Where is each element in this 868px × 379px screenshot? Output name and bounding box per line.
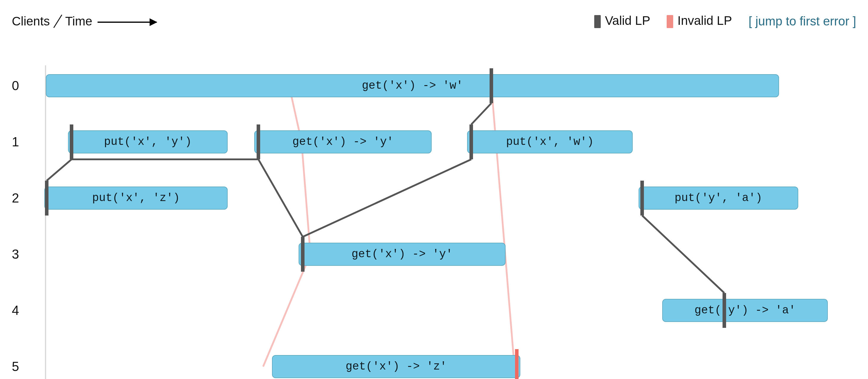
edges-layer <box>0 0 868 379</box>
invalid-edge <box>491 86 515 367</box>
valid-edge <box>642 216 724 293</box>
invalid-edge <box>263 86 310 367</box>
valid-edge <box>258 159 303 237</box>
valid-edge <box>47 159 71 181</box>
valid-edge <box>303 159 471 237</box>
valid-edge <box>471 103 491 124</box>
